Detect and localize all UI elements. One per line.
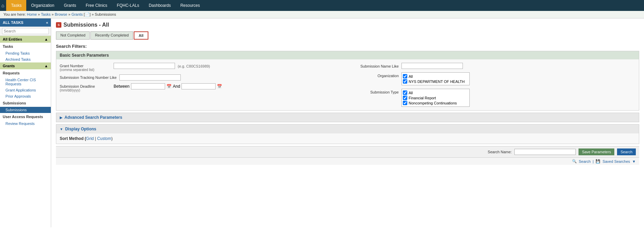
footer-saved-searches-link[interactable]: Saved Searches	[602, 159, 630, 163]
tab-not-completed[interactable]: Not Completed	[56, 31, 90, 40]
org-all-label: All	[409, 74, 413, 79]
footer-dropdown-icon[interactable]: ▼	[632, 159, 636, 163]
submission-name-row: Submission Name Like	[351, 63, 635, 69]
advanced-search-section: ▶ Advanced Search Parameters	[56, 113, 639, 122]
basic-search-body: Grant Number (comma separated list) (e.g…	[56, 59, 639, 110]
sidebar-group-tasks: Tasks	[0, 43, 51, 50]
display-options-body: Sort Method (Grid | Custom)	[56, 133, 639, 144]
deadline-between-container: Between 📅 And 📅	[114, 83, 222, 89]
submission-type-label: Submission Type	[351, 89, 399, 94]
top-navigation: ⌂ Tasks Organization Grants Free Clinics…	[0, 0, 644, 11]
footer-saved-icon: 💾	[596, 159, 600, 163]
sidebar-item-all-entities[interactable]: All Entities ▲	[0, 36, 51, 43]
deadline-from-input[interactable]	[131, 83, 165, 89]
nav-resources[interactable]: Resources	[176, 0, 205, 11]
sidebar-item-prior-approvals[interactable]: Prior Approvals	[0, 93, 51, 99]
sidebar-item-submissions[interactable]: Submissions	[0, 107, 51, 113]
display-options-section: ▼ Display Options Sort Method (Grid | Cu…	[56, 124, 639, 144]
all-entities-label: All Entities	[3, 37, 22, 41]
tracking-number-row: Submission Tracking Number Like	[60, 74, 344, 81]
tab-all[interactable]: All	[134, 31, 148, 40]
footer-search-link[interactable]: Search	[579, 159, 591, 163]
right-filters: Submission Name Like Organization All	[351, 63, 635, 107]
submission-name-label: Submission Name Like	[351, 63, 399, 68]
grant-number-input[interactable]	[114, 63, 175, 69]
breadcrumb-tasks[interactable]: Tasks	[41, 12, 50, 16]
collapse-icon[interactable]: «	[46, 20, 48, 25]
sort-custom-link[interactable]: Custom	[97, 136, 111, 141]
org-nys-item[interactable]: NYS DEPARTMENT OF HEALTH	[403, 79, 468, 84]
nav-organization[interactable]: Organization	[26, 0, 59, 11]
tracking-number-input[interactable]	[119, 74, 181, 81]
deadline-to-input[interactable]	[181, 83, 216, 89]
search-name-input[interactable]	[514, 149, 576, 155]
grant-number-hint: (e.g. C80CS16989)	[178, 63, 210, 68]
subtype-financial-item[interactable]: Financial Report	[403, 95, 468, 100]
breadcrumb: You are here: Home » Tasks » Browse » Gr…	[0, 11, 644, 18]
sidebar: ALL TASKS « All Entities ▲ Tasks Pending…	[0, 18, 51, 227]
advanced-search-header[interactable]: ▶ Advanced Search Parameters	[56, 113, 639, 122]
subtype-financial-checkbox[interactable]	[403, 96, 407, 100]
search-button[interactable]: Search	[617, 148, 636, 155]
advanced-arrow-icon: ▶	[60, 116, 62, 119]
nav-grants[interactable]: Grants	[59, 0, 81, 11]
home-icon[interactable]: ⌂	[1, 3, 4, 8]
grant-number-row: Grant Number (comma separated list) (e.g…	[60, 63, 344, 72]
sidebar-item-health-center-cis[interactable]: Health Center CIS Requests	[0, 77, 51, 87]
organization-row: Organization All NYS DEPARTMENT OF HEALT…	[351, 72, 635, 85]
breadcrumb-current: Submissions	[95, 12, 116, 16]
basic-search-header: Basic Search Parameters	[56, 51, 639, 59]
breadcrumb-home[interactable]: Home	[27, 12, 37, 16]
subtype-noncompeting-label: Noncompeting Continuations	[409, 101, 457, 105]
calendar-to-icon[interactable]: 📅	[217, 84, 222, 89]
all-tasks-label: ALL TASKS	[3, 20, 24, 25]
grant-number-label: Grant Number (comma separated list)	[60, 63, 111, 72]
breadcrumb-grants[interactable]: Grants	[71, 12, 83, 16]
tab-recently-completed[interactable]: Recently Completed	[90, 31, 133, 40]
organization-label: Organization	[351, 72, 399, 78]
nav-fqhc-lals[interactable]: FQHC-LALs	[112, 0, 144, 11]
nav-free-clinics[interactable]: Free Clinics	[81, 0, 112, 11]
submission-name-input[interactable]	[401, 63, 463, 69]
sidebar-group-requests: Requests	[0, 69, 51, 77]
sidebar-all-tasks[interactable]: ALL TASKS «	[0, 18, 51, 27]
sort-grid-link[interactable]: Grid	[86, 136, 94, 141]
sidebar-group-user-access: User Access Requests	[0, 113, 51, 120]
subtype-all-checkbox[interactable]	[403, 90, 407, 95]
sidebar-item-pending-tasks[interactable]: Pending Tasks	[0, 50, 51, 56]
tab-bar: Not Completed Recently Completed All	[56, 31, 639, 40]
deadline-label: Submission Deadline (mm/dd/yyyy)	[60, 83, 111, 92]
org-all-checkbox[interactable]	[403, 74, 407, 79]
deadline-and-label: And	[173, 84, 180, 89]
display-options-header[interactable]: ▼ Display Options	[56, 125, 639, 133]
subtype-all-item[interactable]: All	[403, 90, 468, 95]
save-parameters-button[interactable]: Save Parameters	[579, 148, 614, 155]
org-all-item[interactable]: All	[403, 74, 468, 79]
submission-type-list[interactable]: All Financial Report Noncompeting Contin…	[401, 89, 470, 107]
sidebar-item-grant-applications[interactable]: Grant Applications	[0, 87, 51, 93]
main-content: S Submissions - All Not Completed Recent…	[51, 18, 644, 227]
page-title: Submissions - All	[63, 22, 109, 28]
nav-dashboards[interactable]: Dashboards	[144, 0, 176, 11]
footer-bar: 🔍 Search | 💾 Saved Searches ▼	[56, 157, 639, 165]
subtype-noncompeting-item[interactable]: Noncompeting Continuations	[403, 100, 468, 105]
all-entities-arrow: ▲	[44, 37, 48, 41]
org-nys-label: NYS DEPARTMENT OF HEALTH	[409, 80, 465, 84]
tracking-number-label: Submission Tracking Number Like	[60, 74, 117, 80]
breadcrumb-browse[interactable]: Browse	[55, 12, 67, 16]
sidebar-item-archived-tasks[interactable]: Archived Tasks	[0, 56, 51, 62]
nav-tasks[interactable]: Tasks	[6, 0, 26, 11]
breadcrumb-icon-link[interactable]: 📄	[85, 12, 90, 16]
search-filters-title: Search Filters:	[56, 44, 639, 49]
bottom-action-bar: Search Name: Save Parameters Search	[56, 146, 639, 157]
sidebar-item-review-requests[interactable]: Review Requests	[0, 120, 51, 127]
organization-list[interactable]: All NYS DEPARTMENT OF HEALTH	[401, 72, 470, 85]
calendar-from-icon[interactable]: 📅	[166, 84, 172, 89]
deadline-between-label: Between	[114, 84, 130, 89]
page-title-container: S Submissions - All	[56, 22, 639, 28]
subtype-noncompeting-checkbox[interactable]	[403, 101, 407, 105]
sort-method-row: Sort Method (Grid | Custom)	[60, 136, 635, 141]
search-input[interactable]	[2, 28, 49, 34]
org-nys-checkbox[interactable]	[403, 79, 407, 84]
sidebar-item-grants[interactable]: Grants ▲	[0, 62, 51, 69]
